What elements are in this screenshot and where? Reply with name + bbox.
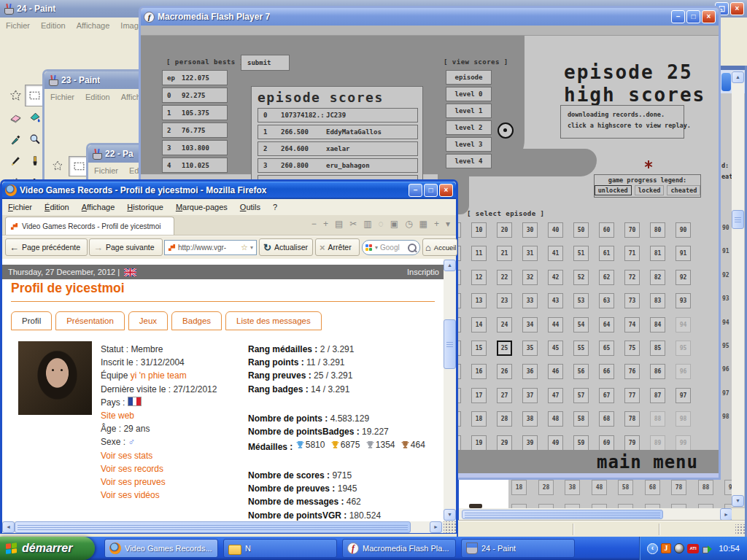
close-button[interactable]: × [730,2,744,15]
episode-cell-67[interactable]: 67 [599,388,614,403]
episode-cell-77[interactable]: 77 [624,388,640,403]
profile-link[interactable]: Voir ses stats [101,451,152,461]
episode-cell-26[interactable]: 26 [497,364,512,379]
browser-tab[interactable]: Video Games Records - Profil de yicestmo… [5,217,174,235]
brush-tool-icon[interactable] [25,150,44,172]
episode-cell-49[interactable]: 49 [548,435,563,451]
profile-tab[interactable]: Présentation [55,311,125,330]
scrollbar-thumb[interactable] [444,319,456,369]
home-button[interactable]: ⌂ Accueil [422,238,457,256]
eyedropper-tool-icon[interactable] [6,128,25,150]
episode-cell-80[interactable]: 80 [650,222,665,238]
episode-cell-45[interactable]: 45 [548,341,563,356]
episode-cell-42[interactable]: 42 [548,270,563,285]
episode-cell-36[interactable]: 36 [522,364,538,379]
episode-cell-69[interactable]: 69 [599,435,614,451]
scroll-up-button[interactable]: ▲ [732,71,744,83]
hide-icons-chevron-icon[interactable]: ‹ [647,543,658,554]
episode-cell-60[interactable]: 60 [599,222,614,238]
episode-cell-14[interactable]: 14 [471,317,487,332]
magnifier-tool-icon[interactable] [25,128,44,150]
episode-cell-35[interactable]: 35 [522,341,538,356]
ati-tray-icon[interactable]: ATI [687,544,699,553]
episode-cell-50[interactable]: 50 [573,222,589,238]
episode-cell-86[interactable]: 86 [650,364,665,379]
taskbar-task[interactable]: Video Games Records... [104,539,218,558]
episode-cell-25[interactable]: 25 [497,341,512,356]
episode-cell-53[interactable]: 53 [573,293,589,308]
episode-cell-87[interactable]: 87 [650,388,665,403]
episode-cell-41[interactable]: 41 [548,246,563,261]
pencil-tool-icon[interactable] [6,150,25,172]
eraser-tool-icon[interactable] [6,106,25,128]
episode-cell-40[interactable]: 40 [548,222,563,238]
menu-item[interactable]: Affichage [82,203,115,211]
score-row[interactable]: 2 264.600 xaelar [258,141,418,156]
episode-cell-52[interactable]: 52 [573,270,589,285]
flash-titlebar[interactable]: f Macromedia Flash Player 7 – □ × [141,8,719,26]
episode-cell-74[interactable]: 74 [624,317,640,332]
java-tray-icon[interactable]: J [661,543,671,553]
episode-cell-65[interactable]: 65 [599,341,614,356]
episode-cell-33[interactable]: 33 [522,293,538,308]
episode-cell-23[interactable]: 23 [497,293,512,308]
scroll-down-button[interactable]: ▼ [444,509,456,521]
episode-cell-81[interactable]: 81 [650,246,665,261]
episode-cell-75[interactable]: 75 [624,341,640,356]
minimize-button[interactable]: – [409,184,422,197]
legend-item[interactable]: locked [635,185,665,195]
episode-cell-85[interactable]: 85 [650,341,665,356]
profile-tab[interactable]: Jeux [128,311,168,330]
close-button[interactable]: × [702,10,716,23]
scrollbar-thumb[interactable] [462,510,663,519]
taskbar-task[interactable]: Macromedia Flash Pla... [342,539,456,558]
episode-cell-21[interactable]: 21 [497,246,512,261]
new-tab-icon[interactable]: + [323,219,328,229]
episode-cell-19[interactable]: 19 [471,435,487,451]
minimize-button[interactable]: – [671,10,685,23]
close-button[interactable]: × [439,184,453,197]
episode-cell-24[interactable]: 24 [497,317,512,332]
menu-item[interactable]: Fichier [6,21,30,30]
episode-cell-32[interactable]: 32 [522,270,538,285]
episode-cell-17[interactable]: 17 [471,388,487,403]
scroll-right-button[interactable]: ► [720,508,732,521]
menu-item[interactable]: Edition [85,93,110,101]
menu-item[interactable]: Marque-pages [176,203,228,211]
episode-cell-91[interactable]: 91 [676,246,691,261]
episode-cell-93[interactable]: 93 [676,293,691,308]
episode-cell-18[interactable]: 18 [471,411,487,427]
history-icon[interactable]: ◷ [405,219,412,229]
score-row[interactable]: 1 266.500 EddyMataGallos [258,125,418,139]
forward-button[interactable]: → Page suivante [89,238,163,256]
profile-link[interactable]: Voir ses vidéos [101,490,160,500]
profile-link[interactable]: Voir ses preuves [101,477,166,487]
personal-best-row[interactable]: 2 76.775 [162,122,228,138]
episode-cell-62[interactable]: 62 [599,270,614,285]
episode-cell-88[interactable]: 88 [650,411,665,427]
refresh-button[interactable]: ↻ Actualiser [259,238,313,256]
remove-tab-icon[interactable]: − [311,219,317,229]
menu-item[interactable]: Édition [44,203,69,211]
episode-cell-83[interactable]: 83 [650,293,665,308]
episode-cell-11[interactable]: 11 [471,246,487,261]
episode-cell-46[interactable]: 46 [548,364,563,379]
episode-cell-38[interactable]: 38 [522,411,538,427]
menu-item[interactable]: Fichier [8,203,32,211]
episode-cell-51[interactable]: 51 [573,246,589,261]
overflow-icon[interactable]: ▾ [446,219,450,229]
episode-cell-55[interactable]: 55 [573,341,589,356]
print-icon[interactable]: ▦ [419,219,427,229]
episode-cell-89[interactable]: 89 [650,435,665,451]
episode-cell-94[interactable]: 94 [676,317,691,332]
legend-item[interactable]: unlocked [595,185,632,195]
episode-cell-39[interactable]: 39 [522,435,538,451]
episode-cell-61[interactable]: 61 [599,246,614,261]
scroll-up-button[interactable]: ▲ [444,260,456,271]
menu-item[interactable]: ? [273,203,277,211]
website-link[interactable]: Site web [101,411,134,421]
episode-cell-96[interactable]: 96 [676,364,691,379]
episode-cell-30[interactable]: 30 [522,222,538,238]
episode-cell-27[interactable]: 27 [497,388,512,403]
add-icon[interactable]: + [434,219,439,229]
